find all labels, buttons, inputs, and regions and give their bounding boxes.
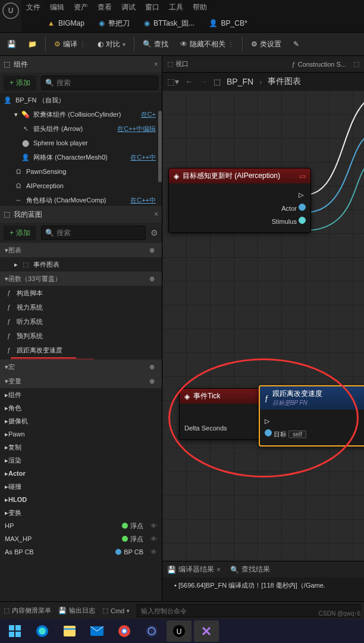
nav-back-icon[interactable]: ← [185, 77, 193, 86]
compiler-results-tab[interactable]: 💾编译器结果× [167, 564, 221, 575]
tree-row-aiperception[interactable]: ΩAIPerception [0, 179, 162, 193]
menu-debug[interactable]: 调试 [121, 2, 136, 13]
menu-tools[interactable]: 工具 [169, 2, 183, 13]
var-cat-collision[interactable]: ▸ 碰撞 [0, 480, 162, 493]
add-graph-icon[interactable]: ⊕ [146, 245, 157, 255]
section-graphs[interactable]: ▾ 图表⊕ [0, 243, 162, 257]
var-cat-actor[interactable]: ▸ Actor [0, 467, 162, 480]
tree-row-bpfn[interactable]: 👤BP_FN （自我） [0, 93, 162, 107]
tab-blade[interactable]: ◉整把刀 [99, 18, 130, 29]
var-maxhp[interactable]: MAX_HP浮点👁 [0, 532, 162, 545]
section-functions[interactable]: ▾ 函数（33可覆盖）⊕ [0, 271, 162, 286]
var-cat-pawn[interactable]: ▸ Pawn [0, 427, 162, 441]
node-aiperception[interactable]: ◈ 目标感知更新时 (AIPerception) ▭ ▷ Actor Stimu… [168, 168, 311, 233]
menu-view[interactable]: 查看 [98, 2, 112, 13]
menu-window[interactable]: 窗口 [145, 2, 159, 13]
tab-bigmap[interactable]: ▲BIGMap [48, 19, 84, 27]
event-graph-tab[interactable]: ⬚ [353, 60, 359, 68]
edit-button[interactable]: ✎ [290, 38, 303, 51]
breadcrumb-fn[interactable]: BP_FN [227, 77, 253, 86]
tree-row-sphere[interactable]: ⬤Sphere look player [0, 136, 162, 150]
tree-row-pawnsensing[interactable]: ΩPawnSensing [0, 164, 162, 179]
dropdown-icon[interactable]: ⬚▾ [167, 77, 179, 86]
menu-help[interactable]: 帮助 [193, 2, 207, 13]
app-icon[interactable] [139, 620, 164, 642]
node-distance-speed[interactable]: ƒ 跟距离改变速度 目标是BP FN ▷▷ 目标 self [259, 385, 364, 447]
blueprint-search[interactable]: 🔍 [41, 226, 146, 240]
output-log-button[interactable]: 💾输出日志 [58, 606, 95, 615]
chrome-icon[interactable] [112, 620, 137, 642]
tree-row-arrow[interactable]: ↖箭头组件 (Arrow)在C++中编辑 [0, 121, 162, 136]
add-macro-icon[interactable]: ⊕ [146, 361, 157, 372]
menu-edit[interactable]: 编辑 [50, 2, 64, 13]
var-cat-hlod[interactable]: ▸ HLOD [0, 493, 162, 506]
var-cat-transform[interactable]: ▸ 变换 [0, 506, 162, 519]
viewport-tab[interactable]: ⬚视口 [167, 60, 189, 68]
tab-bttask[interactable]: ◉BTTask_固... [144, 18, 194, 29]
var-cat-component[interactable]: ▸ 组件 [0, 388, 162, 401]
stimulus-pin[interactable] [299, 217, 306, 224]
diff-button[interactable]: ◐对比▾ [94, 37, 129, 52]
components-search[interactable]: 🔍 [41, 76, 158, 90]
blueprint-search-input[interactable] [57, 229, 142, 237]
var-hp[interactable]: HP浮点👁 [0, 519, 162, 532]
add-variable-icon[interactable]: ⊕ [146, 376, 157, 386]
add-component-button[interactable]: +添加 [4, 76, 36, 90]
unreal-icon[interactable]: U [167, 620, 192, 642]
event-graph-item[interactable]: ▸⬚事件图表 [0, 257, 162, 271]
func-hearing[interactable]: ƒ听力系统 [0, 314, 162, 329]
components-search-input[interactable] [57, 79, 154, 87]
func-vision[interactable]: ƒ视力系统 [0, 300, 162, 314]
gear-icon[interactable]: ⚙ [150, 228, 158, 238]
eye-icon[interactable]: 👁 [150, 535, 157, 542]
section-variables[interactable]: ▾ 变量⊕ [0, 374, 162, 388]
add-function-icon[interactable]: ⊕ [146, 273, 157, 284]
content-drawer-button[interactable]: ⬚内容侧滑菜单 [4, 606, 51, 615]
section-macros[interactable]: ▾ 宏⊕ [0, 360, 162, 374]
hide-unrelated-button[interactable]: 👁隐藏不相关⋮ [177, 37, 237, 52]
visualstudio-icon[interactable] [194, 620, 219, 642]
var-cat-actor-role[interactable]: ▸ 角色 [0, 401, 162, 414]
edge-icon[interactable] [30, 620, 55, 642]
explorer-icon[interactable] [57, 620, 82, 642]
var-cat-replicate[interactable]: ▸ 复制 [0, 441, 162, 454]
construction-tab[interactable]: ƒConstruction S... [292, 61, 346, 68]
cmd-selector[interactable]: ⬚Cmd▾ [102, 607, 130, 614]
eye-icon[interactable]: 👁 [150, 548, 157, 555]
target-pin[interactable] [265, 429, 272, 436]
var-cat-camera[interactable]: ▸ 摄像机 [0, 414, 162, 427]
mail-icon[interactable] [84, 620, 109, 642]
eye-icon[interactable]: 👁 [150, 522, 157, 529]
find-results-tab[interactable]: 🔍查找结果 [230, 564, 270, 575]
actor-pin[interactable] [299, 204, 306, 211]
tree-row-mesh[interactable]: 👤网格体 (CharacterMesh0)在C++中 [0, 150, 162, 164]
self-value[interactable]: self [288, 430, 306, 438]
class-settings-button[interactable]: ⚙类设置 [247, 37, 285, 52]
blueprint-title: 我的蓝图 [14, 210, 42, 220]
var-cat-render[interactable]: ▸ 渲染 [0, 454, 162, 467]
scrollbar-thumb[interactable] [158, 111, 162, 182]
browse-button[interactable]: 📁 [24, 38, 40, 51]
add-blueprint-button[interactable]: +添加 [4, 226, 36, 241]
var-asbpcb[interactable]: As BP CBBP CB👁 [0, 545, 162, 558]
exec-in-pin[interactable]: ▷ [265, 417, 272, 424]
menu-file[interactable]: 文件 [26, 2, 40, 13]
close-icon[interactable]: × [216, 566, 221, 574]
breadcrumb-graph[interactable]: 事件图表 [268, 76, 301, 87]
exec-out-pin[interactable]: ▷ [299, 191, 306, 198]
menu-asset[interactable]: 资产 [74, 2, 88, 13]
find-button[interactable]: 🔍查找 [139, 37, 172, 52]
save-button[interactable]: 💾 [4, 38, 20, 51]
nav-forward-icon[interactable]: → [199, 77, 208, 86]
func-distance-speed[interactable]: ƒ跟距离改变速度 [0, 343, 162, 357]
close-icon[interactable]: × [154, 210, 158, 219]
close-icon[interactable]: × [154, 60, 158, 68]
func-predict[interactable]: ƒ预判系统 [0, 329, 162, 343]
compile-button[interactable]: ⚙编译⋮ [51, 37, 89, 52]
start-button[interactable] [2, 620, 27, 642]
tab-bpcb[interactable]: 👤BP_CB* [209, 19, 247, 27]
func-construct[interactable]: ƒ构造脚本 [0, 286, 162, 300]
graph-canvas[interactable]: ◈ 目标感知更新时 (AIPerception) ▭ ▷ Actor Stimu… [162, 90, 364, 561]
tree-row-charmove[interactable]: ↔角色移动 (CharMoveComp)在C++中 [0, 193, 162, 206]
tree-row-capsule[interactable]: ▾💊胶囊体组件 (CollisionCylinder)在C+ [0, 107, 162, 121]
